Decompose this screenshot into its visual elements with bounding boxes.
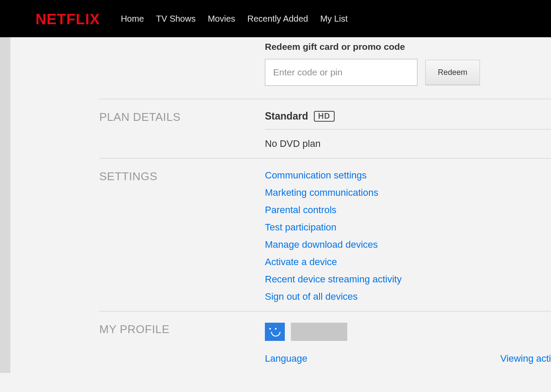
redeem-row: Redeem bbox=[265, 59, 551, 86]
profile-links-row: Language Viewing acti bbox=[265, 353, 551, 364]
my-profile-heading: MY PROFILE bbox=[99, 323, 265, 364]
plan-row: Standard HD bbox=[265, 110, 551, 129]
test-participation-link[interactable]: Test participation bbox=[265, 222, 551, 233]
netflix-logo[interactable]: NETFLIX bbox=[36, 10, 100, 28]
marketing-communications-link[interactable]: Marketing communications bbox=[265, 187, 551, 198]
profile-name-redacted bbox=[291, 323, 347, 341]
no-dvd-text: No DVD plan bbox=[265, 138, 551, 149]
page-content: Redeem gift card or promo code Redeem PL… bbox=[0, 37, 551, 373]
nav-recently-added[interactable]: Recently Added bbox=[248, 14, 308, 24]
plan-details-heading: PLAN DETAILS bbox=[99, 110, 265, 149]
nav-tvshows[interactable]: TV Shows bbox=[156, 14, 196, 24]
main-nav: Home TV Shows Movies Recently Added My L… bbox=[121, 14, 348, 24]
left-margin-band bbox=[0, 37, 10, 373]
my-profile-section: MY PROFILE Language Viewing acti bbox=[99, 311, 551, 373]
recent-streaming-activity-link[interactable]: Recent device streaming activity bbox=[265, 274, 551, 285]
profile-row bbox=[265, 323, 551, 341]
nav-movies[interactable]: Movies bbox=[208, 14, 235, 24]
plan-divider bbox=[265, 129, 551, 130]
hd-badge-icon: HD bbox=[314, 111, 335, 122]
nav-my-list[interactable]: My List bbox=[320, 14, 348, 24]
promo-code-input[interactable] bbox=[265, 59, 417, 86]
viewing-activity-link[interactable]: Viewing acti bbox=[500, 353, 551, 364]
profile-avatar-icon[interactable] bbox=[265, 323, 285, 341]
plan-name: Standard bbox=[265, 110, 308, 122]
parental-controls-link[interactable]: Parental controls bbox=[265, 204, 551, 216]
redeem-button[interactable]: Redeem bbox=[425, 60, 480, 85]
header: NETFLIX Home TV Shows Movies Recently Ad… bbox=[0, 0, 551, 37]
settings-heading: SETTINGS bbox=[99, 170, 265, 302]
redeem-label: Redeem gift card or promo code bbox=[265, 42, 551, 52]
redeem-section: Redeem gift card or promo code Redeem bbox=[99, 37, 551, 99]
activate-device-link[interactable]: Activate a device bbox=[265, 256, 551, 268]
manage-download-devices-link[interactable]: Manage download devices bbox=[265, 239, 551, 250]
language-link[interactable]: Language bbox=[265, 353, 307, 364]
settings-link-list: Communication settings Marketing communi… bbox=[265, 170, 551, 302]
plan-details-section: PLAN DETAILS Standard HD No DVD plan bbox=[99, 99, 551, 158]
nav-home[interactable]: Home bbox=[121, 14, 144, 24]
communication-settings-link[interactable]: Communication settings bbox=[265, 170, 551, 181]
settings-section: SETTINGS Communication settings Marketin… bbox=[99, 159, 551, 311]
sign-out-all-devices-link[interactable]: Sign out of all devices bbox=[265, 291, 551, 302]
